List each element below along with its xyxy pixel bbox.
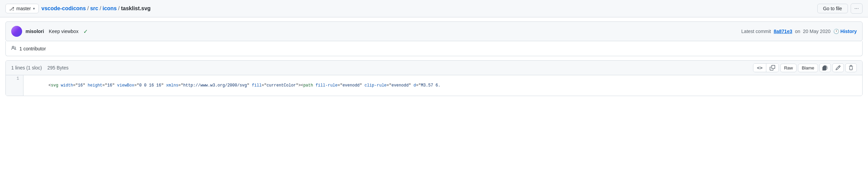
token-val-cliprule: evenodd (391, 83, 408, 88)
token-tag-svg: svg (51, 83, 59, 88)
code-copy-group: <> (753, 63, 779, 72)
commit-hash-link[interactable]: 8a871e3 (774, 29, 792, 34)
history-clock-icon: 🕐 (833, 29, 839, 34)
breadcrumb-link-src[interactable]: src (90, 5, 98, 12)
commit-left: misolori Keep viewbox ✓ (11, 26, 88, 37)
check-icon: ✓ (83, 28, 88, 35)
token-attr-d: d (414, 83, 416, 88)
token-attr-cliprule: clip-rule (365, 83, 387, 88)
history-link[interactable]: 🕐 History (833, 29, 857, 34)
file-lines: 1 lines (1 sloc) (11, 65, 42, 70)
top-bar-actions: Go to file ··· (817, 3, 863, 14)
token-attr-width: width (61, 83, 73, 88)
breadcrumb: vscode-codicons / src / icons / tasklist… (41, 5, 815, 12)
breadcrumb-link-icons[interactable]: icons (102, 5, 117, 12)
file-size: 295 Bytes (47, 65, 68, 70)
blame-button[interactable]: Blame (798, 64, 818, 72)
top-bar: ⎇ master ▾ vscode-codicons / src / icons… (0, 0, 868, 17)
token-attr-xmlns: xmlns (166, 83, 178, 88)
token-val-d: M3.57 6. (421, 83, 440, 88)
code-line-1: 1 <svg width="16" height="16" viewBox="0… (6, 75, 862, 96)
avatar-image (11, 26, 22, 37)
file-info: 1 lines (1 sloc) 295 Bytes (11, 65, 69, 70)
token-val-xmlns: http://www.w3.org/2000/svg (183, 83, 247, 88)
branch-icon: ⎇ (9, 6, 14, 11)
commit-bar: misolori Keep viewbox ✓ Latest commit 8a… (5, 21, 863, 41)
breadcrumb-filename: tasklist.svg (121, 5, 151, 12)
token-tag-path: path (303, 83, 313, 88)
more-options-button[interactable]: ··· (851, 3, 863, 14)
token-attr-height: height (88, 83, 102, 88)
commit-date: 20 May 2020 (803, 29, 831, 34)
branch-selector[interactable]: ⎇ master ▾ (5, 4, 39, 13)
token-val-width: 16 (78, 83, 83, 88)
copy-button[interactable] (766, 64, 779, 72)
file-actions: <> Raw Blame (753, 63, 857, 72)
token-val-fillrule: evenodd (343, 83, 360, 88)
breadcrumb-separator-2: / (100, 5, 101, 12)
contributors-icon (11, 45, 17, 52)
delete-button[interactable] (845, 63, 857, 72)
contributors-bar: 1 contributor (5, 41, 863, 56)
branch-name: master (16, 6, 31, 11)
chevron-down-icon: ▾ (33, 6, 35, 11)
token-attr-fillrule: fill-rule (316, 83, 338, 88)
file-header: 1 lines (1 sloc) 295 Bytes <> Raw Blame (6, 61, 862, 75)
code-content: 1 <svg width="16" height="16" viewBox="0… (6, 75, 862, 96)
commit-author[interactable]: misolori (26, 29, 44, 34)
token-open: < (49, 83, 51, 88)
latest-commit-label: Latest commit (741, 29, 771, 34)
commit-date-prefix: on (795, 29, 800, 34)
raw-button[interactable]: Raw (780, 64, 797, 72)
edit-button[interactable] (832, 63, 844, 72)
line-code-1: <svg width="16" height="16" viewBox="0 0… (23, 75, 862, 96)
breadcrumb-separator-3: / (118, 5, 119, 12)
token-val-height: 16 (107, 83, 112, 88)
code-view-button[interactable]: <> (753, 64, 766, 72)
token-val-viewbox: 0 0 16 16 (139, 83, 161, 88)
commit-message: Keep viewbox (49, 29, 78, 34)
token-attr-viewbox: viewBox (117, 83, 134, 88)
history-label: History (840, 29, 857, 34)
monitor-icon-button[interactable] (819, 63, 831, 72)
go-to-file-button[interactable]: Go to file (817, 4, 848, 13)
token-attr-fill: fill (252, 83, 262, 88)
contributors-text: 1 contributor (19, 46, 46, 51)
avatar (11, 26, 22, 37)
breadcrumb-separator-1: / (87, 5, 89, 12)
line-number-1: 1 (6, 75, 23, 96)
token-val-fill: currentColor (267, 83, 296, 88)
commit-right: Latest commit 8a871e3 on 20 May 2020 🕐 H… (741, 29, 857, 34)
breadcrumb-link-repo[interactable]: vscode-codicons (41, 5, 86, 12)
file-area: 1 lines (1 sloc) 295 Bytes <> Raw Blame (5, 60, 863, 96)
